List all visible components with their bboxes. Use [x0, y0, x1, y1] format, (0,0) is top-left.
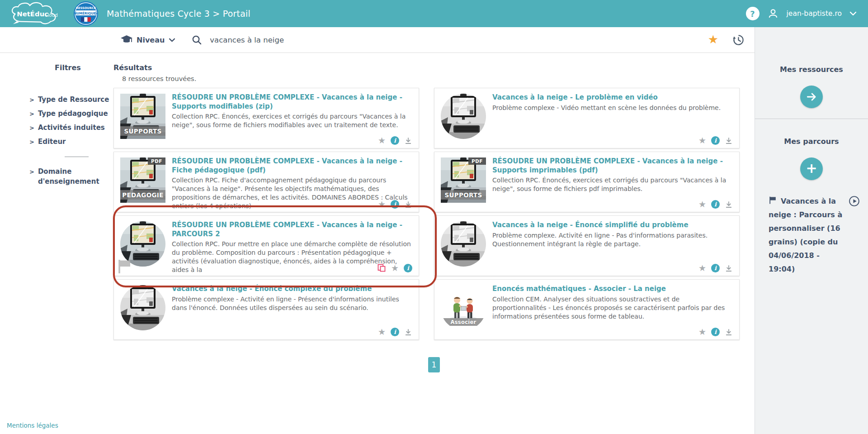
card-thumbnail: Associer [441, 285, 486, 330]
breadcrumb-title: Mathématiques Cycle 3 > Portail [107, 9, 250, 19]
card-title-link[interactable]: Enoncés mathématiques - Associer - La ne… [492, 285, 733, 294]
download-icon[interactable] [404, 137, 412, 145]
card-thumbnail [441, 221, 486, 267]
pdf-badge: PDF [148, 157, 165, 165]
my-resources-button[interactable] [800, 86, 823, 108]
card-title-link[interactable]: RÉSOUDRE UN PROBLÈME COMPLEXE - Vacances… [172, 157, 412, 175]
resource-card[interactable]: Vacances à la neige - Énoncé simplifié d… [434, 215, 740, 276]
filter-domaine-enseignement[interactable]: > Domaine d'enseignement [29, 167, 108, 187]
user-menu-chevron-down-icon[interactable] [849, 11, 857, 16]
card-title-link[interactable]: Vacances à la neige - Le problème en vid… [492, 93, 721, 102]
star-icon[interactable]: ★ [378, 328, 386, 336]
parcours-list-item[interactable]: Vacances à la neige : Parcours à personn… [755, 195, 868, 276]
chevron-right-icon: > [29, 168, 34, 176]
add-parcours-button[interactable]: + [800, 157, 823, 180]
resource-card[interactable]: SUPPORTS RÉSOUDRE UN PROBLÈME COMPLEXE -… [113, 88, 419, 148]
search-row: Niveau ★ [0, 27, 755, 53]
download-icon[interactable] [725, 328, 733, 336]
filter-editeur[interactable]: > Editeur [29, 138, 113, 146]
star-icon[interactable]: ★ [391, 264, 399, 272]
filter-activites-induites[interactable]: > Activités induites [29, 124, 113, 132]
filter-type-de-ressource[interactable]: > Type de Ressource [29, 95, 113, 104]
arrow-right-icon [806, 91, 817, 103]
card-description: Collection RPC. Fiche d'accompagnement p… [172, 176, 412, 210]
app-header: NetÉduc Cloud RESSOURCE NUMÉRIQUE» Mathé… [0, 0, 868, 27]
card-thumbnail: PDF SUPPORTS [441, 157, 486, 203]
resource-card[interactable]: Associer Enoncés mathématiques - Associe… [434, 279, 740, 340]
page-1-button[interactable]: 1 [428, 357, 440, 372]
resource-card[interactable]: Vacances à la neige - Le problème en vid… [434, 88, 740, 148]
filters-divider [65, 157, 89, 157]
card-description: Problème complexe - Vidéo mettant en scè… [492, 104, 721, 112]
thumbnail-badge: SUPPORTS [441, 190, 486, 200]
graduation-cap-icon [121, 35, 132, 45]
info-icon[interactable]: i [391, 328, 399, 336]
card-thumbnail: PDF PEDAGOGIE [120, 157, 165, 203]
resource-card[interactable]: PDF PEDAGOGIE RÉSOUDRE UN PROBLÈME COMPL… [113, 152, 419, 212]
card-title-link[interactable]: RÉSOUDRE UN PROBLÈME COMPLEXE - Vacances… [172, 221, 412, 238]
copy-icon[interactable] [377, 263, 386, 272]
info-icon[interactable]: i [404, 264, 412, 272]
chevron-right-icon: > [29, 124, 34, 131]
card-title-link[interactable]: RÉSOUDRE UN PROBLÈME COMPLEXE - Vacances… [492, 157, 733, 175]
star-icon[interactable]: ★ [698, 200, 706, 209]
card-title-link[interactable]: Vacances à la neige - Énoncé complexe du… [172, 285, 412, 294]
star-icon[interactable]: ★ [698, 328, 706, 336]
user-icon [767, 8, 779, 19]
pdf-badge: PDF [468, 157, 486, 165]
main-area: Niveau ★ [0, 27, 755, 434]
username[interactable]: jean-baptiste.ro [787, 10, 842, 18]
star-icon[interactable]: ★ [698, 136, 706, 145]
info-icon[interactable]: i [391, 136, 399, 145]
favorite-star-icon[interactable]: ★ [708, 33, 718, 45]
filters-panel: Filtres > Type de Ressource > Type pédag… [0, 53, 113, 372]
filter-type-pedagogique[interactable]: > Type pédagogique [29, 110, 113, 118]
chevron-right-icon: > [29, 96, 34, 103]
svg-text:Cloud: Cloud [45, 13, 58, 18]
info-icon[interactable]: i [711, 200, 720, 209]
legal-notice-link[interactable]: Mentions légales [7, 422, 58, 429]
play-circle-icon[interactable] [849, 196, 860, 207]
my-parcours-title: Mes parcours [755, 119, 868, 146]
level-dropdown[interactable]: Niveau [121, 35, 175, 45]
help-icon[interactable]: ? [746, 7, 760, 20]
download-icon[interactable] [725, 137, 733, 145]
search-input[interactable] [210, 36, 481, 44]
neteduc-cloud-logo[interactable]: NetÉduc Cloud [5, 2, 67, 25]
search-icon [192, 35, 202, 45]
download-icon[interactable] [725, 264, 733, 272]
flag-icon [769, 196, 777, 205]
star-icon[interactable]: ★ [378, 200, 386, 209]
flag-icon [117, 258, 133, 275]
info-icon[interactable]: i [711, 328, 720, 336]
resource-card[interactable]: Vacances à la neige - Énoncé complexe du… [113, 279, 419, 340]
card-title-link[interactable]: RÉSOUDRE UN PROBLÈME COMPLEXE - Vacances… [172, 93, 412, 111]
info-icon[interactable]: i [711, 264, 720, 272]
results-grid: SUPPORTS RÉSOUDRE UN PROBLÈME COMPLEXE -… [113, 88, 755, 340]
info-icon[interactable]: i [391, 200, 399, 209]
resource-card-highlighted[interactable]: RÉSOUDRE UN PROBLÈME COMPLEXE - Vacances… [113, 215, 419, 276]
svg-text:RESSOURCE: RESSOURCE [76, 6, 96, 10]
results-count: 8 ressources trouvées. [122, 75, 755, 82]
info-icon[interactable]: i [711, 136, 720, 145]
results-panel: Résultats 8 ressources trouvées. SUPPORT… [113, 53, 755, 372]
results-title: Résultats [113, 63, 755, 72]
download-icon[interactable] [404, 200, 412, 209]
card-description: Problème complexe. Activité en ligne - P… [492, 231, 733, 248]
thumbnail-badge: Associer [441, 318, 486, 326]
download-icon[interactable] [404, 328, 412, 336]
star-icon[interactable]: ★ [378, 136, 386, 145]
svg-text:NetÉduc: NetÉduc [17, 10, 48, 18]
card-thumbnail [120, 285, 165, 330]
star-icon[interactable]: ★ [698, 264, 706, 272]
card-description: Collection RPC. Énoncés, exercices et co… [492, 176, 733, 193]
chevron-right-icon: > [29, 138, 34, 145]
card-description: Collection RPC. Pour mettre en place une… [172, 240, 412, 274]
level-chevron-down-icon [169, 38, 175, 42]
download-icon[interactable] [725, 200, 733, 209]
pagination: 1 [113, 357, 755, 372]
ressource-numerique-badge: RESSOURCE NUMÉRIQUE» [73, 1, 99, 26]
resource-card[interactable]: PDF SUPPORTS RÉSOUDRE UN PROBLÈME COMPLE… [434, 152, 740, 212]
history-icon[interactable] [732, 34, 745, 48]
card-title-link[interactable]: Vacances à la neige - Énoncé simplifié d… [492, 221, 733, 230]
